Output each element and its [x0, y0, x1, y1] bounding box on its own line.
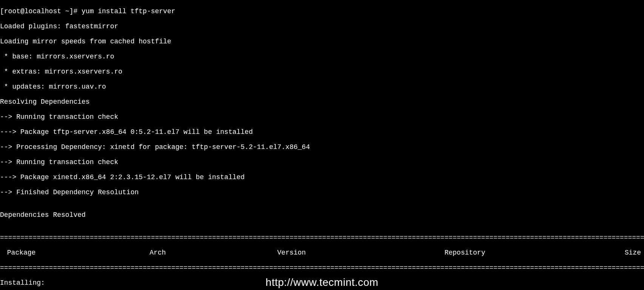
shell-prompt: [root@localhost ~]#: [0, 8, 82, 15]
output-line: * base: mirrors.xservers.ro: [0, 53, 644, 60]
watermark-url: http://www.tecmint.com: [0, 279, 644, 286]
output-line: Resolving Dependencies: [0, 98, 644, 106]
command-input[interactable]: yum install tftp-server: [82, 8, 175, 15]
header-size: Size: [570, 249, 644, 256]
terminal[interactable]: [root@localhost ~]# yum install tftp-ser…: [0, 0, 644, 290]
output-line: ---> Package xinetd.x86_64 2:2.3.15-12.e…: [0, 173, 644, 181]
header-arch: Arch: [149, 249, 277, 256]
header-package: Package: [0, 249, 149, 256]
output-line: * extras: mirrors.xservers.ro: [0, 68, 644, 75]
header-repository: Repository: [444, 249, 570, 256]
output-line: Dependencies Resolved: [0, 211, 644, 219]
output-line: Loaded plugins: fastestmirror: [0, 23, 644, 30]
divider-rule: ========================================…: [0, 264, 644, 272]
output-line: --> Finished Dependency Resolution: [0, 189, 644, 196]
output-line: --> Processing Dependency: xinetd for pa…: [0, 143, 644, 151]
table-header-row: Package Arch Version Repository Size: [0, 249, 644, 256]
output-line: * updates: mirrors.uav.ro: [0, 83, 644, 91]
divider-rule: ========================================…: [0, 234, 644, 241]
header-version: Version: [277, 249, 445, 256]
output-line: Loading mirror speeds from cached hostfi…: [0, 38, 644, 45]
output-line: --> Running transaction check: [0, 158, 644, 166]
output-line: --> Running transaction check: [0, 113, 644, 121]
output-line: ---> Package tftp-server.x86_64 0:5.2-11…: [0, 128, 644, 136]
